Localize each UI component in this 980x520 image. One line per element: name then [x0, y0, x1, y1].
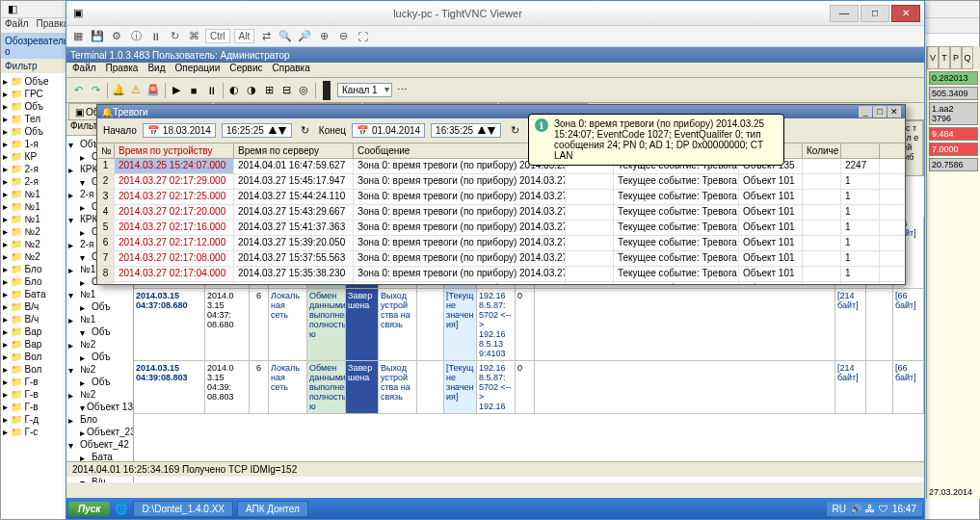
inner-menu-0[interactable]: Файл — [72, 63, 96, 77]
menu-edit[interactable]: Правка — [37, 18, 69, 33]
tree-node[interactable]: ▾В/ч — [68, 476, 131, 482]
tree-node[interactable]: ▸№1 — [68, 313, 131, 325]
outer-tree-node[interactable]: ▸ 📁 В/ч — [3, 313, 64, 325]
minimize-button[interactable]: — — [830, 5, 859, 22]
outer-tree-node[interactable]: ▸ 📁 №1 — [3, 200, 64, 213]
system-tray[interactable]: RU 🔊 🖧 🛡 16:47 — [827, 502, 922, 516]
alarm-row[interactable]: 92014.03.27 02:17:00.0002014.03.27 15:33… — [97, 282, 905, 284]
tree-node[interactable]: ▾Объект_42 — [68, 438, 131, 451]
warn-icon[interactable]: ⚠ — [128, 83, 144, 98]
tree-node[interactable]: ▸Объ — [68, 376, 131, 388]
alarm-col-8[interactable] — [841, 143, 880, 158]
alarm-col-2[interactable]: Время по серверу — [234, 143, 354, 158]
outer-tree-node[interactable]: ▸ 📁 Объ — [3, 125, 64, 138]
maximize-button[interactable]: □ — [861, 5, 889, 22]
from-date-input[interactable]: 📅 18.03.2014 — [143, 123, 216, 138]
transfer-icon[interactable]: ⇄ — [258, 29, 274, 44]
alarm-row[interactable]: 72014.03.27 02:17:08.0002014.03.27 15:37… — [97, 251, 905, 267]
start-button[interactable]: Пуск — [68, 502, 110, 516]
task-item-1[interactable]: D:\Dontel_1.4.0.XX — [133, 501, 233, 517]
outer-tree-node[interactable]: ▸ 📁 Тел — [3, 113, 64, 125]
outer-tree-node[interactable]: ▸ 📁 №2 — [3, 225, 64, 238]
tool4-icon[interactable]: ⊟ — [278, 83, 294, 98]
tray-icon1[interactable]: 🔊 — [850, 504, 861, 514]
tree-node[interactable]: ▾№1 — [68, 288, 131, 300]
tool1-icon[interactable]: ◐ — [226, 83, 242, 98]
outer-tree-node[interactable]: ▸ 📁 Вар — [3, 325, 64, 338]
alarm-row[interactable]: 42014.03.27 02:17:20.0002014.03.27 15:43… — [97, 205, 905, 221]
alarm-max-button[interactable]: □ — [873, 106, 887, 117]
alarm-row[interactable]: 22014.03.27 02:17:29.0002014.03.27 15:45… — [97, 174, 905, 190]
outer-tree-node[interactable]: ▸ 📁 №1 — [3, 188, 64, 200]
outer-tree-node[interactable]: ▸ 📁 Г-с — [3, 426, 64, 438]
tree-node[interactable]: ▾№2 — [68, 363, 131, 376]
tree-node[interactable]: ▾Объ — [68, 325, 131, 338]
outer-tree-node[interactable]: ▸ 📁 Бло — [3, 263, 64, 275]
tree-node[interactable]: ▸Объ — [68, 300, 131, 313]
refresh-icon[interactable]: ↻ — [167, 29, 182, 44]
grid-row[interactable]: 2014.03.1504:39:08.8032014.0 3.15 04:39:… — [134, 361, 924, 414]
tree-node[interactable]: ▸Объект_23 — [68, 426, 131, 438]
alarm-close-button[interactable]: ✕ — [887, 106, 901, 117]
alarm-min-button[interactable]: _ — [859, 106, 872, 117]
cad-icon[interactable]: ⌘ — [186, 29, 201, 44]
tool2-icon[interactable]: ◑ — [244, 83, 259, 98]
inner-menu-4[interactable]: Сервис — [229, 63, 262, 77]
fullscreen-icon[interactable]: ⛶ — [355, 29, 370, 44]
outer-tree-node[interactable]: ▸ 📁 №2 — [3, 238, 64, 250]
pause2-icon[interactable]: ⏸ — [203, 83, 219, 98]
from-time-input[interactable]: 16:25:25 ⯅⯆ — [222, 123, 292, 138]
alarm-grid[interactable]: №Время по устройствуВремя по серверуСооб… — [97, 143, 905, 284]
outer-tree-node[interactable]: ▸ 📁 Г-д — [3, 413, 64, 426]
lang-indicator[interactable]: RU — [833, 504, 846, 514]
zoom-auto-icon[interactable]: ⊖ — [335, 29, 351, 44]
alarm-refresh-icon[interactable]: ↻ — [298, 123, 313, 139]
outer-tree-node[interactable]: ▸ 📁 Г-в — [3, 388, 64, 401]
outer-tree[interactable]: ▸ 📁 Объе▸ 📁 ГРС▸ 📁 Объ▸ 📁 Тел▸ 📁 Объ▸ 📁 … — [1, 73, 66, 440]
tool5-icon[interactable]: ◎ — [296, 83, 311, 98]
zoom-in-icon[interactable]: 🔍 — [278, 29, 293, 44]
bell-icon[interactable]: 🔔 — [111, 83, 126, 98]
channel-ext-icon[interactable]: ⋯ — [395, 83, 411, 98]
stop-icon[interactable]: ■ — [186, 83, 201, 98]
outer-tree-node[interactable]: ▸ 📁 Г-в — [3, 376, 64, 388]
outer-tree-node[interactable]: ▸ 📁 Бата — [3, 288, 64, 300]
pause-icon[interactable]: ⏸ — [147, 29, 163, 44]
alarm-col-1[interactable]: Время по устройству — [115, 143, 234, 158]
tree-node[interactable]: ▸№2 — [68, 388, 131, 401]
save-icon[interactable]: 💾 — [90, 29, 105, 44]
tool3-icon[interactable]: ⊞ — [261, 83, 277, 98]
forward-icon[interactable]: ↷ — [88, 83, 103, 98]
alarm-row[interactable]: 52014.03.27 02:17:16.0002014.03.27 15:41… — [97, 221, 905, 236]
outer-tree-node[interactable]: ▸ 📁 Г-в — [3, 401, 64, 413]
outer-tree-node[interactable]: ▸ 📁 В/ч — [3, 300, 64, 313]
tree-node[interactable]: ▸Объ — [68, 351, 131, 363]
outer-tree-node[interactable]: ▸ 📁 ГРС — [3, 88, 64, 100]
alarm-row[interactable]: 62014.03.27 02:17:12.0002014.03.27 15:39… — [97, 236, 905, 251]
alarm-refresh2-icon[interactable]: ↻ — [507, 123, 522, 139]
new-conn-icon[interactable]: ▦ — [70, 29, 86, 44]
alarm-icon[interactable]: 🚨 — [146, 83, 161, 98]
tree-node[interactable]: ▸Бло — [68, 413, 131, 426]
inner-menu-5[interactable]: Справка — [273, 63, 310, 77]
outer-tree-node[interactable]: ▸ 📁 КР — [3, 150, 64, 163]
tray-icon2[interactable]: 🖧 — [865, 504, 875, 514]
outer-tree-node[interactable]: ▸ 📁 Вол — [3, 351, 64, 363]
inner-menu-2[interactable]: Вид — [147, 63, 165, 77]
to-time-input[interactable]: 16:35:25 ⯅⯆ — [431, 123, 501, 138]
tree-node[interactable]: ▾Объект 138 — [68, 401, 131, 413]
zoom-100-icon[interactable]: ⊕ — [316, 29, 331, 44]
alarm-row[interactable]: 32014.03.27 02:17:25.0002014.03.27 15:44… — [97, 190, 905, 205]
to-date-input[interactable]: 📅 01.04.2014 — [352, 123, 425, 138]
channel-combo[interactable]: Канал 1 — [337, 83, 392, 97]
tray-icon3[interactable]: 🛡 — [879, 504, 888, 514]
outer-tree-node[interactable]: ▸ 📁 2-я — [3, 163, 64, 175]
inner-titlebar[interactable]: Terminal 1.0.3.483 Пользователь: Админис… — [66, 47, 924, 63]
vnc-titlebar[interactable]: ▣ lucky-pc - TightVNC Viewer — □ ✕ — [66, 1, 924, 26]
outer-filter[interactable]: Фильтр — [1, 59, 66, 73]
tree-node[interactable]: ▸№2 — [68, 338, 131, 351]
outer-tree-node[interactable]: ▸ 📁 Бло — [3, 275, 64, 288]
close-button[interactable]: ✕ — [891, 5, 920, 22]
outer-tree-node[interactable]: ▸ 📁 Объе — [3, 75, 64, 88]
alarm-row[interactable]: 82014.03.27 02:17:04.0002014.03.27 15:35… — [97, 267, 905, 282]
